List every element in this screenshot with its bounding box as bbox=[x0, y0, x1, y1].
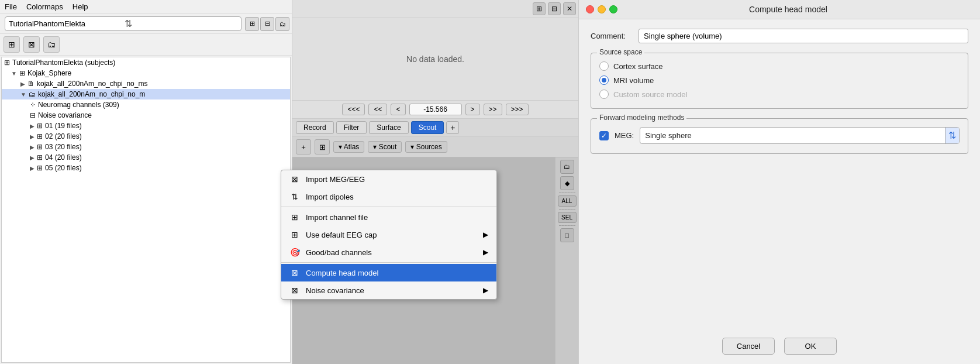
tree-item-raw1[interactable]: ▶ 🗎 kojak_all_200nAm_no_chpi_no_ms bbox=[2, 78, 290, 89]
center-win-btn-close[interactable]: ✕ bbox=[563, 2, 576, 15]
tree-label-05: 05 (20 files) bbox=[45, 164, 82, 172]
nav-current-value[interactable] bbox=[409, 104, 462, 115]
meg-checkbox[interactable]: ✓ bbox=[599, 131, 609, 140]
sec-grid-icon[interactable]: ⊞ bbox=[315, 139, 330, 154]
tree-item-kojak-sphere[interactable]: ▼ ⊞ Kojak_Sphere bbox=[2, 68, 290, 78]
forward-modeling-title: Forward modeling methods bbox=[597, 114, 686, 122]
tree-icon-raw1: 🗎 bbox=[27, 80, 34, 88]
radio-mri-volume[interactable]: MRI volume bbox=[599, 73, 960, 87]
viz-folder-btn[interactable]: 🗂 bbox=[560, 160, 574, 174]
menu-help[interactable]: Help bbox=[73, 2, 88, 11]
nav-back2[interactable]: << bbox=[368, 104, 387, 115]
source-space-title: Source space bbox=[597, 48, 644, 56]
tree-icon-02: ⊞ bbox=[37, 132, 43, 140]
ctx-icon-dipoles: ⇅ bbox=[289, 192, 300, 201]
nav-fwd1[interactable]: > bbox=[465, 104, 480, 115]
tree-label-folder1: kojak_all_200nAm_no_chpi_no_m bbox=[38, 90, 145, 98]
tab-scout[interactable]: Scout bbox=[411, 121, 444, 134]
viz-square-btn[interactable]: □ bbox=[560, 228, 574, 242]
ctx-icon-head-model: ⊠ bbox=[289, 268, 300, 277]
tree-item-02[interactable]: ▶ ⊞ 02 (20 files) bbox=[2, 131, 290, 142]
radio-custom-source[interactable]: Custom source model bbox=[599, 87, 960, 101]
viz-sel-btn[interactable]: SEL bbox=[558, 212, 577, 223]
sec-atlas-btn[interactable]: ▾ Atlas bbox=[333, 141, 364, 153]
center-win-btn-grid[interactable]: ⊞ bbox=[533, 2, 546, 15]
traffic-light-red[interactable] bbox=[586, 5, 594, 13]
viz-side-btns: 🗂 ◆ ALL SEL □ bbox=[555, 157, 578, 364]
ctx-default-eeg-cap[interactable]: ⊞ Use default EEG cap ▶ bbox=[281, 226, 496, 243]
tree-item-01[interactable]: ▶ ⊞ 01 (19 files) bbox=[2, 121, 290, 131]
tree-icon-folder: ⊞ bbox=[19, 69, 25, 77]
viz-sep-dotted-3 bbox=[559, 225, 575, 226]
menu-file[interactable]: File bbox=[5, 2, 17, 11]
radio-circle-custom bbox=[599, 90, 609, 99]
tree-root[interactable]: ⊞ TutorialPhantomElekta (subjects) bbox=[2, 57, 290, 68]
tool-icon-2[interactable]: ⊠ bbox=[23, 36, 40, 53]
comment-input[interactable] bbox=[639, 29, 968, 43]
traffic-light-yellow[interactable] bbox=[598, 5, 606, 13]
dialog-title: Compute head model bbox=[624, 5, 952, 14]
tree-item-03[interactable]: ▶ ⊞ 03 (20 files) bbox=[2, 142, 290, 152]
nav-fwd3[interactable]: >>> bbox=[506, 104, 529, 115]
sec-scout-btn[interactable]: ▾ Scout bbox=[368, 141, 402, 153]
tree-label-03: 03 (20 files) bbox=[45, 143, 82, 151]
tool-icon-1[interactable]: ⊞ bbox=[4, 36, 20, 53]
radio-label-cortex: Cortex surface bbox=[613, 62, 663, 71]
ctx-label-channel: Import channel file bbox=[306, 213, 368, 222]
ctx-sep-2 bbox=[281, 262, 496, 263]
ctx-arrow-good-bad: ▶ bbox=[483, 248, 488, 256]
project-dropdown-arrow[interactable]: ⇅ bbox=[125, 18, 238, 29]
menubar: File Colormaps Help bbox=[0, 0, 292, 14]
tree-root-icon: ⊞ bbox=[4, 59, 10, 67]
nav-back1[interactable]: < bbox=[391, 104, 405, 115]
menu-colormaps[interactable]: Colormaps bbox=[26, 2, 63, 11]
win-btn-1[interactable]: ⊞ bbox=[245, 17, 259, 31]
viz-all-btn[interactable]: ALL bbox=[558, 195, 577, 207]
dialog-titlebar: Compute head model bbox=[579, 0, 980, 19]
radio-circle-cortex bbox=[599, 61, 609, 71]
expand-arrow-03: ▶ bbox=[30, 144, 34, 150]
win-btn-3[interactable]: 🗂 bbox=[275, 17, 289, 31]
sec-add-icon[interactable]: + bbox=[296, 139, 311, 154]
ctx-import-meg-eeg[interactable]: ⊠ Import MEG/EEG bbox=[281, 170, 496, 188]
cancel-button[interactable]: Cancel bbox=[722, 338, 775, 355]
forward-modeling-group: Forward modeling methods ✓ MEG: Single s… bbox=[591, 118, 968, 154]
ctx-import-channel[interactable]: ⊞ Import channel file bbox=[281, 208, 496, 226]
tool-icon-3[interactable]: 🗂 bbox=[43, 36, 60, 53]
ctx-good-bad[interactable]: 🎯 Good/bad channels ▶ bbox=[281, 243, 496, 261]
tree-item-folder1[interactable]: ▼ 🗂 kojak_all_200nAm_no_chpi_no_m bbox=[2, 89, 290, 99]
tree-item-noise[interactable]: ⊟ Noise covariance bbox=[2, 110, 290, 121]
tab-record[interactable]: Record bbox=[296, 121, 334, 134]
win-btn-2[interactable]: ⊟ bbox=[260, 17, 274, 31]
ctx-import-dipoles[interactable]: ⇅ Import dipoles bbox=[281, 188, 496, 205]
ctx-compute-head-model[interactable]: ⊠ Compute head model bbox=[281, 264, 496, 281]
ok-button[interactable]: OK bbox=[784, 338, 837, 355]
tab-filter[interactable]: Filter bbox=[336, 121, 367, 134]
tree-icon-03: ⊞ bbox=[37, 143, 43, 151]
ctx-icon-noise-cov: ⊠ bbox=[289, 286, 300, 295]
expand-arrow-02: ▶ bbox=[30, 133, 34, 140]
viz-diamond-btn[interactable]: ◆ bbox=[560, 176, 574, 190]
nav-back3[interactable]: <<< bbox=[342, 104, 365, 115]
left-toolbar: ⊞ ⊠ 🗂 bbox=[0, 34, 292, 56]
meg-dropdown-arrow[interactable]: ⇅ bbox=[945, 128, 959, 143]
no-data-area: No data loaded. bbox=[292, 18, 578, 100]
tab-row: Record Filter Surface Scout + bbox=[292, 119, 578, 137]
radio-cortex-surface[interactable]: Cortex surface bbox=[599, 59, 960, 73]
tab-add-btn[interactable]: + bbox=[446, 121, 459, 134]
traffic-light-green[interactable] bbox=[609, 5, 617, 13]
tree-item-neuromag[interactable]: ⁘ Neuromag channels (309) bbox=[2, 99, 290, 110]
sec-sources-btn[interactable]: ▾ Sources bbox=[405, 141, 447, 153]
tree-item-04[interactable]: ▶ ⊞ 04 (20 files) bbox=[2, 152, 290, 163]
ctx-noise-covariance[interactable]: ⊠ Noise covariance ▶ bbox=[281, 281, 496, 299]
project-selector-row: TutorialPhantomElekta ⇅ ⊞ ⊟ 🗂 bbox=[0, 14, 292, 34]
tree-item-05[interactable]: ▶ ⊞ 05 (20 files) bbox=[2, 163, 290, 173]
ctx-icon-good-bad: 🎯 bbox=[289, 248, 300, 257]
tree-label-raw1: kojak_all_200nAm_no_chpi_no_ms bbox=[37, 80, 147, 88]
meg-dropdown[interactable]: Single sphere ⇅ bbox=[640, 127, 960, 144]
nav-fwd2[interactable]: >> bbox=[484, 104, 502, 115]
center-win-btn-layout[interactable]: ⊟ bbox=[548, 2, 561, 15]
tab-surface[interactable]: Surface bbox=[369, 121, 408, 134]
project-selector[interactable]: TutorialPhantomElekta ⇅ bbox=[5, 16, 241, 31]
tree-icon-folder1: 🗂 bbox=[29, 90, 36, 98]
